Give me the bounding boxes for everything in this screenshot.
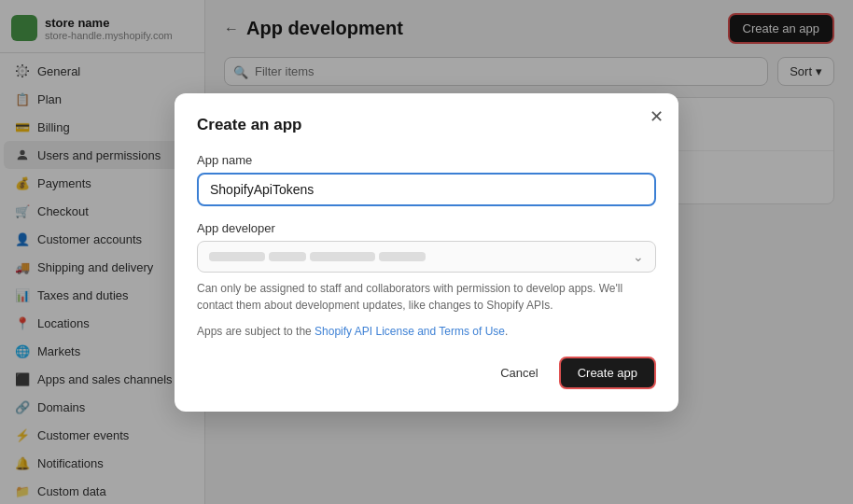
app-developer-field: ⌄ bbox=[197, 241, 656, 273]
create-app-modal: Create an app ✕ App name App developer ⌄… bbox=[175, 93, 678, 412]
modal-close-button[interactable]: ✕ bbox=[650, 108, 664, 125]
app-name-input[interactable] bbox=[197, 173, 656, 206]
hint-text: Can only be assigned to staff and collab… bbox=[197, 280, 656, 314]
terms-suffix: . bbox=[505, 325, 508, 338]
create-button[interactable]: Create app bbox=[559, 357, 656, 389]
developer-placeholder bbox=[209, 252, 426, 261]
modal-footer: Cancel Create app bbox=[197, 357, 656, 389]
developer-chevron-icon: ⌄ bbox=[633, 249, 644, 264]
app-name-label: App name bbox=[197, 153, 656, 167]
app-developer-label: App developer bbox=[197, 221, 656, 235]
modal-title: Create an app bbox=[197, 116, 656, 134]
terms-link[interactable]: Shopify API License and Terms of Use bbox=[315, 325, 505, 338]
cancel-button[interactable]: Cancel bbox=[489, 358, 549, 387]
terms-text: Apps are subject to the Shopify API Lice… bbox=[197, 325, 656, 338]
terms-prefix: Apps are subject to the bbox=[197, 325, 315, 338]
modal-overlay[interactable]: Create an app ✕ App name App developer ⌄… bbox=[0, 0, 853, 504]
